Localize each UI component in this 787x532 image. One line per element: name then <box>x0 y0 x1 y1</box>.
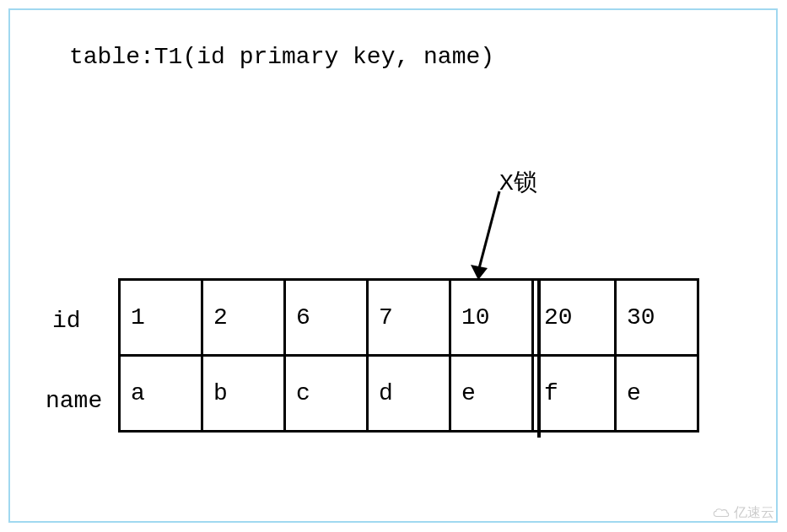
arrow-icon <box>466 187 516 288</box>
table-cell: f <box>533 356 616 432</box>
cloud-icon <box>712 508 730 519</box>
table-cell: b <box>202 356 285 432</box>
table-cell: e <box>616 356 698 432</box>
table-cell: d <box>368 356 450 432</box>
watermark-text: 亿速云 <box>734 504 774 522</box>
table-cell: e <box>450 356 533 432</box>
table-row: a b c d e f e <box>120 356 698 432</box>
table-cell: 20 <box>533 280 616 356</box>
table-cell: 2 <box>202 280 285 356</box>
table-definition-title: table:T1(id primary key, name) <box>69 44 494 70</box>
table-cell: 30 <box>616 280 698 356</box>
watermark: 亿速云 <box>712 504 774 522</box>
table-cell: 6 <box>285 280 368 356</box>
svg-line-0 <box>478 191 499 271</box>
table-row: 1 2 6 7 10 20 30 <box>120 280 698 356</box>
table-cell: a <box>120 356 202 432</box>
row-label-id: id <box>52 308 81 334</box>
diagram-frame: table:T1(id primary key, name) X锁 id nam… <box>8 8 778 523</box>
table-cell: c <box>285 356 368 432</box>
table-cell: 10 <box>450 280 533 356</box>
table-cell: 1 <box>120 280 202 356</box>
row-label-name: name <box>46 388 102 414</box>
column-divider-line <box>537 281 541 438</box>
table-cell: 7 <box>368 280 450 356</box>
data-table: 1 2 6 7 10 20 30 a b c d e f e <box>118 278 699 433</box>
